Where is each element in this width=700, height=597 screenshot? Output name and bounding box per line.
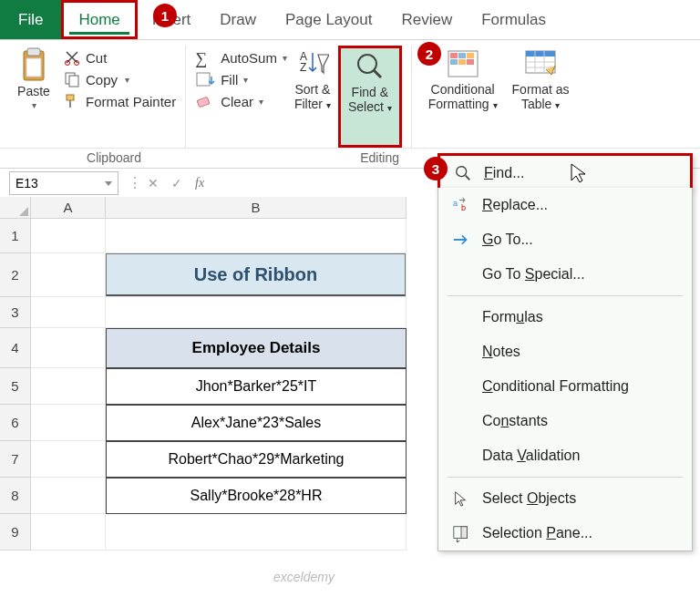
chevron-down-icon[interactable]: ▾ [243,75,248,85]
find-select-button[interactable]: Find & Select ▾ [338,46,402,148]
format-painter-button[interactable]: Format Painter [64,93,176,109]
find-select-menu: ab Replace... Go To... Go To Special... … [438,188,693,551]
blank-icon [451,342,471,362]
col-header-a[interactable]: A [31,197,106,219]
svg-rect-6 [69,76,78,87]
table-row[interactable]: Alex*Jane*23*Sales [106,405,407,441]
cell[interactable] [31,368,106,405]
menu-item-notes[interactable]: Notes [438,335,692,369]
menu-label: Go To... [482,232,533,248]
home-tab[interactable]: Home [61,0,137,39]
cell[interactable] [31,219,106,253]
autosum-label: AutoSum [221,50,277,66]
menu-item-formulas[interactable]: Formulas [438,300,692,335]
cancel-formula-button[interactable]: ✕ [148,176,159,190]
table-row[interactable]: Sally*Brooke*28*HR [106,478,407,514]
magnifier-icon [453,163,473,183]
menu-label: Formulas [482,309,543,325]
svg-rect-31 [461,527,467,539]
cell[interactable] [106,297,407,328]
row-header[interactable]: 1 [0,219,31,253]
select-all-corner[interactable] [0,197,31,219]
chevron-down-icon[interactable]: ▾ [32,100,36,110]
callout-1: 1 [153,4,177,27]
find-select-menu-top: Find... [438,153,693,190]
replace-icon: ab [451,195,471,215]
page-layout-tab[interactable]: Page Layout [271,0,386,39]
menu-item-goto-special[interactable]: Go To Special... [438,257,692,292]
cell[interactable] [31,441,106,478]
magnifier-icon [354,50,386,83]
copy-label: Copy [86,72,118,87]
row-header[interactable]: 6 [0,405,31,441]
blank-icon [451,411,471,431]
table-header-cell[interactable]: Employee Details [106,328,407,368]
cell-title[interactable]: Use of Ribbon [106,253,407,297]
chevron-down-icon[interactable]: ▾ [125,75,129,85]
row-header[interactable]: 3 [0,297,31,328]
svg-text:Z: Z [300,61,306,74]
table-row[interactable]: Robert*Chao*29*Marketing [106,441,407,478]
blank-icon [451,307,471,327]
review-tab[interactable]: Review [386,0,467,39]
svg-rect-7 [67,95,74,100]
fmt-table-label2: Table ▾ [521,97,560,111]
table-row[interactable]: Jhon*Barker*25*IT [106,368,407,405]
find-select-label: Find & [352,85,388,99]
menu-item-replace[interactable]: ab Replace... [438,188,692,222]
format-as-table-button[interactable]: Format as Table ▾ [505,46,577,148]
menu-item-goto[interactable]: Go To... [438,222,692,257]
cell[interactable] [106,514,407,551]
row-header[interactable]: 2 [0,253,31,297]
paste-button[interactable]: Paste ▾ [9,46,58,148]
autosum-button[interactable]: ∑ AutoSum ▾ [195,49,287,66]
title-text: Use of Ribbon [106,253,406,296]
insert-function-button[interactable]: fx [195,176,204,190]
cell[interactable] [31,405,106,441]
selection-pane-icon [451,523,471,543]
row-header[interactable]: 9 [0,514,31,551]
cell[interactable] [31,514,106,551]
menu-item-constants[interactable]: Constants [438,404,692,438]
fmt-table-label: Format as [512,82,570,97]
svg-rect-19 [458,59,466,65]
chevron-down-icon[interactable]: ▾ [259,97,263,107]
sort-filter-button[interactable]: AZ Sort & Filter ▾ [287,46,338,148]
copy-button[interactable]: Copy ▾ [64,71,176,87]
file-tab[interactable]: File [0,0,61,39]
draw-tab[interactable]: Draw [205,0,271,39]
fill-button[interactable]: Fill ▾ [195,71,287,87]
row-header[interactable]: 4 [0,328,31,368]
row-header[interactable]: 8 [0,478,31,514]
menu-item-selection-pane[interactable]: Selection Pane... [438,516,692,551]
menu-item-find[interactable]: Find... [440,156,690,190]
splitter-handle[interactable]: ⋮ [128,174,135,191]
cut-button[interactable]: Cut [64,49,176,66]
clear-button[interactable]: Clear ▾ [195,93,287,109]
cell[interactable] [31,297,106,328]
col-header-b[interactable]: B [106,197,407,219]
cell[interactable] [106,219,407,253]
formulas-tab[interactable]: Formulas [467,0,561,39]
copy-icon [64,71,80,87]
name-box[interactable]: E13 [9,171,118,195]
row-header[interactable]: 7 [0,441,31,478]
menu-item-data-validation[interactable]: Data Validation [438,438,692,473]
menu-item-select-objects[interactable]: Select Objects [438,481,692,516]
svg-rect-1 [27,48,40,56]
menu-item-cond-fmt[interactable]: Conditional Formatting [438,369,692,404]
sort-filter-label2: Filter ▾ [294,97,331,111]
callout-3: 3 [424,157,448,180]
menu-label: Find... [484,165,524,181]
cell[interactable] [31,253,106,297]
editing-group-label: Editing [228,149,427,168]
row-header[interactable]: 5 [0,368,31,405]
menu-label: Replace... [482,197,548,213]
name-box-value: E13 [15,176,38,190]
menu-separator [448,477,683,478]
cond-fmt-label: Conditional [431,82,495,97]
cell[interactable] [31,478,106,514]
cell[interactable] [31,328,106,368]
enter-formula-button[interactable]: ✓ [171,176,182,190]
cut-label: Cut [86,50,107,66]
